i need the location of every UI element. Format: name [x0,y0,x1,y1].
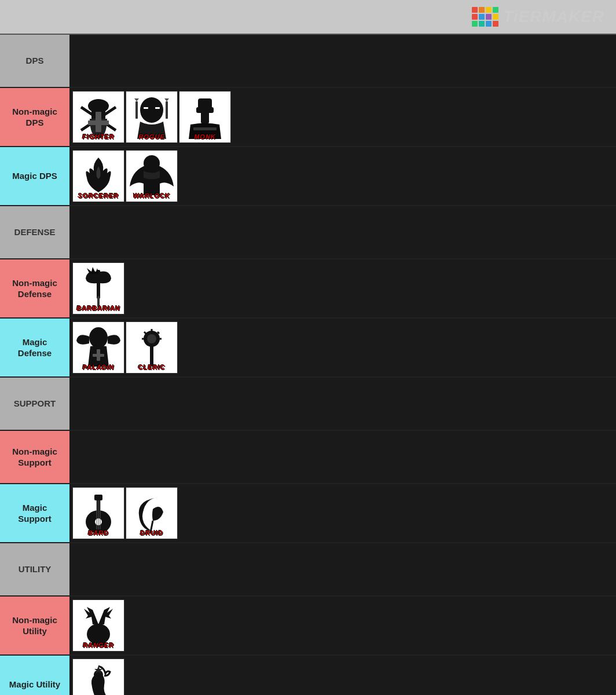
class-card-sorcerer[interactable]: Sorcerer [72,150,124,202]
tier-row-dps-header: DPS [0,35,616,88]
class-card-cleric[interactable]: Cleric [126,321,178,374]
tier-label-magic-support: Magic Support [0,484,69,542]
tier-label-nonmagic-support: Non-magic Support [0,431,69,483]
tier-row-magic-support: Magic Support Bard Druid [0,484,616,543]
class-label-paladin: Paladin [73,364,124,371]
class-label-bard: Bard [73,529,124,536]
svg-rect-16 [193,127,217,130]
tier-content-magic-dps: Sorcerer Warlock [69,147,616,205]
svg-marker-10 [134,98,139,101]
svg-point-6 [140,97,163,123]
svg-rect-34 [94,495,102,500]
tier-label-nonmagic-dps: Non-magic DPS [0,88,69,146]
class-card-monk[interactable]: Monk [179,91,231,143]
class-card-fighter[interactable]: Fighter [72,91,124,143]
class-card-druid[interactable]: Druid [126,487,178,539]
class-label-druid: Druid [126,529,177,536]
svg-point-20 [89,327,108,348]
class-card-warlock[interactable]: Warlock [126,150,178,202]
tier-container: DPSNon-magic DPS Fighter [0,35,616,695]
svg-rect-48 [97,679,100,696]
class-label-rogue: Rogue [126,133,177,140]
tier-label-nonmagic-utility: Non-magic Utility [0,597,69,654]
tier-row-defense-header: DEFENSE [0,206,616,259]
tier-label-utility-header: UTILITY [0,543,69,595]
tier-content-nonmagic-dps: Fighter Rogue Monk [69,88,616,146]
tier-row-magic-defense: Magic Defense Paladin [0,319,616,378]
tier-row-nonmagic-support: Non-magic Support [0,431,616,484]
svg-rect-11 [166,101,168,119]
svg-rect-18 [97,270,100,299]
tier-row-utility-header: UTILITY [0,543,616,597]
class-label-fighter: Fighter [73,133,124,140]
tier-content-magic-utility: Wizard [69,656,616,695]
class-card-rogue[interactable]: Rogue [126,91,178,143]
class-label-ranger: Ranger [73,642,124,649]
tier-row-nonmagic-utility: Non-magic Utility Ranger [0,597,616,656]
svg-rect-5 [88,120,109,125]
tier-content-utility-header [69,543,616,595]
class-card-barbarian[interactable]: Barbarian [72,262,124,314]
page-container: TiERMAKER DPSNon-magic DPS Fighter [0,0,616,695]
tier-content-nonmagic-utility: Ranger [69,597,616,654]
class-label-monk: Monk [179,133,230,140]
tier-row-magic-utility: Magic Utility Wizard [0,656,616,695]
tier-label-dps-header: DPS [0,35,69,87]
class-label-sorcerer: Sorcerer [73,192,124,199]
tier-content-nonmagic-support [69,431,616,483]
tier-label-support-header: SUPPORT [0,378,69,430]
header: TiERMAKER [0,0,616,35]
tier-row-support-header: SUPPORT [0,378,616,431]
tier-label-nonmagic-defense: Non-magic Defense [0,259,69,317]
tier-label-magic-defense: Magic Defense [0,319,69,376]
class-label-barbarian: Barbarian [73,305,124,312]
svg-rect-15 [201,112,209,123]
svg-line-29 [144,332,146,334]
svg-rect-22 [93,354,104,357]
class-label-warlock: Warlock [126,192,177,199]
svg-rect-8 [155,107,160,109]
tier-content-magic-defense: Paladin Cleric [69,319,616,376]
svg-line-30 [157,332,159,334]
tier-content-nonmagic-defense: Barbarian [69,259,616,317]
class-card-wizard[interactable]: Wizard [72,659,124,695]
tier-content-support-header [69,378,616,430]
class-label-cleric: Cleric [126,364,177,371]
svg-rect-9 [135,101,138,119]
svg-rect-7 [144,107,148,109]
logo-text: TiERMAKER [503,8,604,26]
tier-content-defense-header [69,206,616,258]
class-card-paladin[interactable]: Paladin [72,321,124,374]
tier-content-dps-header [69,35,616,87]
class-card-bard[interactable]: Bard [72,487,124,539]
svg-point-46 [101,638,104,641]
tier-content-magic-support: Bard Druid [69,484,616,542]
svg-point-31 [147,334,156,343]
tier-label-defense-header: DEFENSE [0,206,69,258]
tier-row-nonmagic-defense: Non-magic Defense Barbarian [0,259,616,319]
class-card-ranger[interactable]: Ranger [72,599,124,652]
tier-row-nonmagic-dps: Non-magic DPS Fighter [0,88,616,147]
tier-label-magic-utility: Magic Utility [0,656,69,695]
svg-marker-12 [164,98,169,101]
tier-label-magic-dps: Magic DPS [0,147,69,205]
tiermaker-logo: TiERMAKER [472,7,604,27]
svg-point-44 [93,638,96,641]
tier-row-magic-dps: Magic DPS Sorcerer Warlock [0,147,616,206]
logo-grid-icon [472,7,498,27]
